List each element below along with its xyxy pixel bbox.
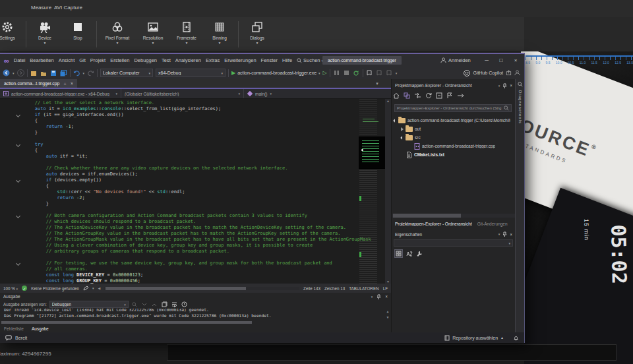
new-project-icon[interactable] — [30, 69, 38, 76]
find-next-icon[interactable] — [141, 301, 148, 308]
menu-fenster[interactable]: Fenster — [261, 57, 278, 63]
pending-changes-icon[interactable] — [414, 92, 421, 99]
solution-explorer-search[interactable]: Projektmappen-Explorer - Ordneransicht d… — [394, 104, 512, 112]
sign-in-button[interactable]: Anmelden — [440, 54, 471, 67]
output-vertical-scrollbar[interactable]: ▲▼ — [385, 309, 390, 320]
caret-expanded-icon[interactable] — [393, 119, 397, 123]
redo-icon[interactable] — [87, 69, 94, 76]
start-debug-button[interactable]: ▶ action-command-broadcast-trigger.exe ▾ — [231, 70, 320, 76]
close-tab-icon[interactable]: × — [71, 81, 73, 86]
fold-chevron-icon[interactable] — [16, 214, 20, 218]
home-icon[interactable] — [393, 92, 400, 99]
menu-datei[interactable]: Datei — [14, 57, 26, 63]
tab-fehlerliste[interactable]: Fehlerliste — [4, 326, 24, 331]
menu-git[interactable]: Git — [79, 57, 86, 63]
caret-expanded-icon[interactable] — [400, 136, 404, 140]
chevron-down-icon[interactable]: ▼ — [218, 42, 222, 44]
menu-erstellen[interactable]: Erstellen — [110, 57, 129, 63]
categorized-icon[interactable] — [394, 249, 403, 258]
restart-icon[interactable] — [353, 69, 360, 76]
find-prev-icon[interactable] — [151, 301, 158, 308]
menu-analysieren[interactable]: Analysieren — [175, 57, 201, 63]
output-source-combo[interactable]: Debuggen▾ — [49, 301, 129, 308]
menu-hilfe[interactable]: Hilfe — [282, 57, 292, 63]
tab-avi-capture[interactable]: AVI Capture — [54, 5, 82, 11]
switch-view-icon[interactable] — [404, 92, 410, 99]
pin-icon[interactable]: ＋ — [63, 80, 67, 87]
menu-extras[interactable]: Extras — [206, 57, 220, 63]
chevron-up-icon[interactable]: ▲ — [500, 336, 504, 340]
tree-item-cmakelists[interactable]: CMakeLists.txt — [392, 150, 530, 159]
caret-collapsed-icon[interactable] — [401, 127, 404, 131]
wrench-icon[interactable] — [416, 251, 423, 257]
properties-icon[interactable] — [446, 92, 453, 99]
configuration-combo[interactable]: x64-Debug▾ — [156, 69, 226, 77]
fold-chevron-icon[interactable] — [16, 178, 20, 183]
target-machine-combo[interactable]: Lokaler Computer▾ — [100, 69, 153, 77]
chevron-down-icon[interactable]: ▾ — [83, 71, 85, 75]
dialogs-button[interactable]: Dialogs ▼ — [241, 20, 274, 44]
editor-vertical-scrollbar[interactable]: ▲ ▼ — [385, 99, 391, 284]
close-panel-icon[interactable]: × — [510, 83, 512, 88]
menu-debuggen[interactable]: Debuggen — [134, 57, 157, 63]
navigate-forward-icon[interactable] — [17, 69, 24, 76]
explorer-horizontal-scrollbar[interactable] — [392, 214, 516, 218]
chevron-down-icon[interactable]: ▼ — [185, 42, 189, 44]
chevron-down-icon[interactable]: ▾ — [498, 84, 500, 88]
maximize-button[interactable]: □ — [494, 54, 508, 67]
fold-chevron-icon[interactable] — [16, 113, 20, 117]
pixel-format-button[interactable]: Pixel Format ▼ — [99, 20, 136, 44]
zoom-level-dropdown[interactable]: 100 % ▾ — [3, 286, 18, 291]
menu-erweiterungen[interactable]: Erweiterungen — [224, 57, 256, 63]
fold-chevron-icon[interactable] — [16, 142, 20, 147]
pin-icon[interactable] — [502, 231, 507, 237]
tree-item-src[interactable]: src — [392, 133, 525, 142]
refresh-icon[interactable] — [425, 92, 432, 99]
indent-mode[interactable]: TABULATOREN — [349, 286, 379, 291]
fold-chevron-icon[interactable] — [16, 261, 20, 266]
menu-ansicht[interactable]: Ansicht — [59, 57, 75, 63]
bookmark-next-icon[interactable] — [386, 69, 393, 76]
word-wrap-icon[interactable] — [171, 301, 178, 308]
tab-git-changes[interactable]: Git-Änderungen — [477, 222, 508, 226]
navbar-scope-dropdown[interactable]: (Globaler Gültigkeitsbereich) ▾ — [121, 89, 244, 98]
close-panel-icon[interactable]: × — [510, 232, 512, 237]
stop-button[interactable]: Stop — [61, 20, 94, 40]
menu-bearbeiten[interactable]: Bearbeiten — [30, 57, 53, 63]
share-icon[interactable] — [506, 70, 512, 76]
chevron-down-icon[interactable]: ▼ — [256, 42, 259, 44]
tab-list-chevron-icon[interactable]: ▼ — [375, 82, 379, 86]
undo-icon[interactable] — [73, 69, 80, 76]
navbar-project-dropdown[interactable]: action-command-broadcast-trigger.exe - x… — [0, 89, 121, 98]
alphabetical-icon[interactable] — [406, 251, 413, 257]
collapse-all-icon[interactable] — [436, 92, 442, 99]
output-horizontal-scrollbar[interactable] — [0, 320, 391, 324]
find-icon[interactable] — [131, 301, 138, 308]
clock-icon[interactable] — [181, 301, 188, 308]
eol-mode[interactable]: LF — [383, 286, 388, 291]
save-icon[interactable] — [50, 69, 57, 76]
tab-solution-explorer[interactable]: Projektmappen-Explorer - Ordneransicht — [395, 222, 472, 226]
chevron-down-icon[interactable]: ▼ — [44, 42, 47, 44]
minimize-button[interactable]: ─ — [479, 54, 494, 67]
problems-status[interactable]: Keine Probleme gefunden — [31, 286, 79, 291]
menu-test[interactable]: Test — [162, 57, 171, 63]
scroll-up-icon[interactable]: ▲ — [386, 99, 390, 103]
device-button[interactable]: Device ▼ — [28, 20, 61, 44]
feedback-icon[interactable] — [5, 335, 12, 341]
maximum-input[interactable] — [167, 344, 617, 361]
code-editor[interactable]: // Let the user select a network interfa… — [0, 99, 391, 284]
open-folder-icon[interactable] — [40, 69, 47, 76]
person-icon[interactable] — [514, 70, 520, 76]
break-all-icon[interactable] — [333, 69, 340, 76]
pencil-icon[interactable] — [83, 286, 88, 291]
tree-item-root[interactable]: action-command-broadcast-trigger (C:\Use… — [392, 116, 518, 125]
properties-object-combo[interactable]: ▾ — [394, 239, 513, 247]
start-without-debug-icon[interactable]: ▷ — [323, 70, 327, 76]
pin-icon[interactable] — [377, 294, 381, 299]
navbar-member-dropdown[interactable]: main() ▾ — [244, 89, 391, 98]
chevron-down-icon[interactable]: ▾ — [396, 71, 398, 75]
settings-button[interactable]: Settings — [0, 20, 24, 40]
navigate-back-icon[interactable] — [3, 69, 10, 76]
github-copilot-button[interactable]: GitHub Copilot — [464, 70, 520, 76]
